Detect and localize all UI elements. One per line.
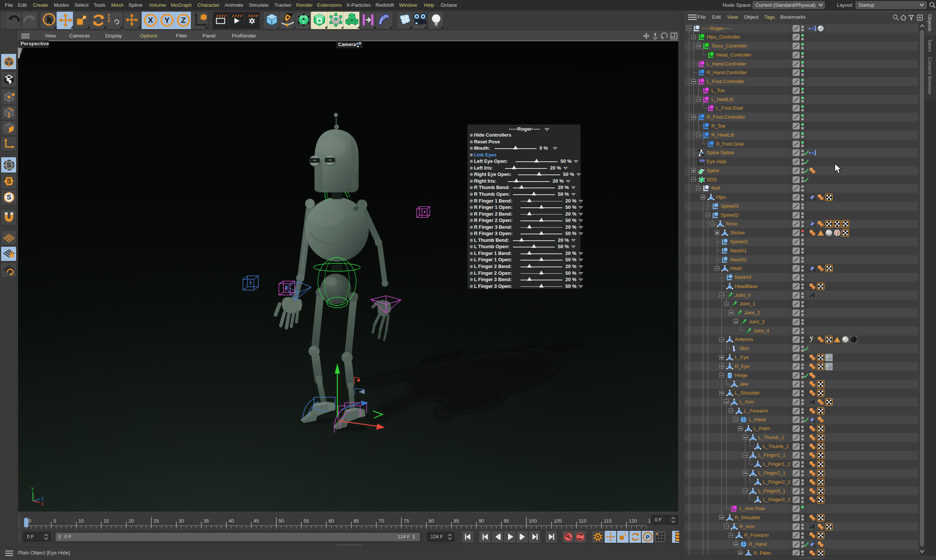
svg-text:60: 60 (329, 518, 334, 524)
svg-text:R: R (108, 19, 111, 23)
svg-text:105: 105 (554, 518, 562, 524)
svg-text:35: 35 (204, 518, 209, 524)
svg-text:50: 50 (279, 518, 284, 524)
svg-text:0: 0 (28, 518, 31, 524)
svg-text:Y: Y (164, 16, 169, 24)
svg-text:100: 100 (529, 518, 537, 524)
svg-text:110: 110 (579, 518, 587, 524)
svg-text:X: X (41, 502, 44, 507)
svg-text:30: 30 (179, 518, 184, 524)
svg-text:15: 15 (103, 518, 109, 524)
svg-text:Z: Z (41, 496, 44, 502)
svg-text:70: 70 (379, 518, 384, 524)
svg-text:65: 65 (353, 518, 359, 524)
svg-text:115: 115 (603, 518, 611, 524)
svg-text:80: 80 (429, 518, 434, 524)
svg-text:Y: Y (31, 487, 34, 492)
svg-text:S: S (7, 194, 11, 201)
svg-text:10: 10 (79, 518, 84, 524)
svg-text:120: 120 (629, 518, 637, 524)
svg-text:20: 20 (128, 518, 134, 524)
svg-text:40: 40 (228, 518, 234, 524)
svg-text:P: P (646, 534, 650, 540)
svg-text:X: X (148, 16, 153, 24)
svg-text:Z: Z (181, 16, 186, 24)
svg-text:55: 55 (304, 518, 309, 524)
svg-text:25: 25 (154, 518, 159, 524)
svg-text:90: 90 (479, 518, 484, 524)
svg-text:75: 75 (403, 518, 409, 524)
svg-text:S: S (7, 177, 11, 185)
svg-text:95: 95 (503, 518, 509, 524)
svg-text:45: 45 (254, 518, 259, 524)
svg-text:5: 5 (54, 518, 56, 524)
svg-text:S: S (7, 162, 11, 169)
svg-text:85: 85 (454, 518, 459, 524)
